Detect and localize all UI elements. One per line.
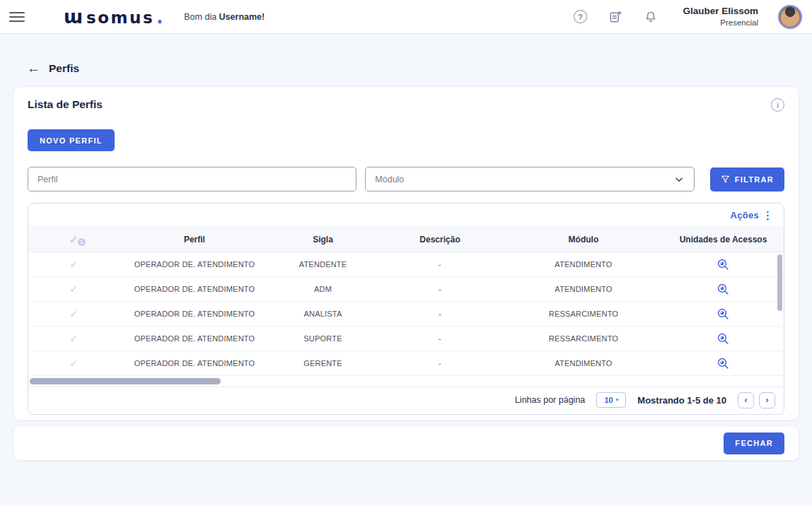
- app-screen: ɯ somus . Bom dia Username! ?: [0, 0, 812, 506]
- logo-mark-icon: ɯ: [64, 6, 82, 28]
- showing-range-label: Mostrando 1-5 de 10: [637, 395, 726, 406]
- filtrar-button[interactable]: FILTRAR: [710, 167, 784, 192]
- table-row[interactable]: ✓ OPERADOR DE. ATENDIMENTO GERENTE - ATE…: [28, 351, 784, 376]
- table-row[interactable]: ✓ OPERADOR DE. ATENDIMENTO ADM - ATENDIM…: [28, 277, 784, 302]
- actions-label: Ações: [730, 210, 759, 220]
- filter-row: Módulo FILTRAR: [28, 167, 784, 192]
- cell-perfil: OPERADOR DE. ATENDIMENTO: [119, 260, 270, 269]
- view-access-units-icon[interactable]: [663, 258, 784, 271]
- caret-down-icon: ▾: [616, 397, 619, 403]
- lista-de-perfis-card: Lista de Perfis i NOVO PERFIL Módulo: [13, 86, 799, 420]
- check-icon: ✓: [28, 333, 119, 344]
- greeting-text: Bom dia Username!: [184, 12, 265, 22]
- sort-indicator[interactable]: ✓ 1: [28, 233, 119, 246]
- note-add-icon[interactable]: [608, 9, 623, 25]
- cell-sigla: SUPORTE: [270, 334, 376, 343]
- vertical-scrollbar-thumb[interactable]: [777, 254, 782, 311]
- sort-order-badge: 1: [78, 238, 86, 246]
- view-access-units-icon[interactable]: [663, 307, 784, 321]
- cell-descricao: -: [376, 334, 504, 343]
- cell-perfil: OPERADOR DE. ATENDIMENTO: [119, 359, 270, 367]
- col-header-descricao[interactable]: Descrição: [376, 235, 504, 245]
- bell-icon[interactable]: [643, 9, 659, 25]
- table-header-row: ✓ 1 Perfil Sigla Descrição Módulo Unidad…: [28, 227, 784, 252]
- cell-modulo: ATENDIMENTO: [504, 285, 663, 293]
- check-icon: ✓: [28, 283, 119, 295]
- view-access-units-icon[interactable]: [663, 283, 784, 296]
- col-header-perfil[interactable]: Perfil: [119, 235, 270, 245]
- table-row[interactable]: ✓ OPERADOR DE. ATENDIMENTO ATENDENTE - A…: [28, 252, 784, 277]
- fechar-button[interactable]: FECHAR: [724, 433, 784, 454]
- cell-descricao: -: [376, 359, 504, 367]
- cell-descricao: -: [376, 260, 504, 269]
- topbar-right: ? Glauber Elissom Presencial: [572, 5, 812, 29]
- cell-modulo: RESSARCIMENTO: [504, 334, 663, 343]
- novo-perfil-button[interactable]: NOVO PERFIL: [28, 129, 115, 151]
- cell-modulo: RESSARCIMENTO: [504, 310, 663, 318]
- somus-logo: ɯ somus .: [64, 6, 163, 28]
- next-page-button[interactable]: ›: [759, 392, 775, 408]
- view-access-units-icon[interactable]: [663, 357, 784, 370]
- top-bar: ɯ somus . Bom dia Username! ?: [0, 0, 812, 34]
- prev-page-button[interactable]: ‹: [738, 392, 754, 408]
- perfil-input[interactable]: [28, 167, 356, 192]
- table-row[interactable]: ✓ OPERADOR DE. ATENDIMENTO SUPORTE - RES…: [28, 326, 784, 351]
- chevron-down-icon: [673, 174, 685, 185]
- cell-modulo: ATENDIMENTO: [504, 359, 663, 367]
- col-header-unidades[interactable]: Unidades de Acessos: [663, 235, 784, 245]
- modulo-select[interactable]: Módulo: [365, 167, 694, 192]
- filter-icon: [721, 175, 730, 184]
- cell-modulo: ATENDIMENTO: [504, 260, 663, 269]
- menu-icon[interactable]: [9, 9, 25, 25]
- cell-perfil: OPERADOR DE. ATENDIMENTO: [119, 310, 270, 318]
- cell-sigla: ANALISTA: [270, 310, 376, 318]
- user-info[interactable]: Glauber Elissom Presencial: [683, 6, 758, 28]
- actions-menu[interactable]: Ações ⋮: [28, 204, 784, 227]
- horizontal-scrollbar-thumb[interactable]: [30, 378, 221, 384]
- footer-card: FECHAR: [13, 425, 799, 461]
- view-access-units-icon[interactable]: [663, 332, 784, 346]
- sort-check-icon: ✓: [69, 233, 79, 246]
- col-header-sigla[interactable]: Sigla: [270, 235, 376, 245]
- cell-descricao: -: [376, 310, 504, 318]
- check-icon: ✓: [28, 308, 119, 319]
- rows-per-page-select[interactable]: 10 ▾: [596, 392, 626, 408]
- card-title: Lista de Perfis: [28, 98, 784, 111]
- avatar[interactable]: [778, 5, 802, 29]
- cell-perfil: OPERADOR DE. ATENDIMENTO: [119, 334, 270, 343]
- modulo-placeholder: Módulo: [375, 175, 404, 184]
- cell-descricao: -: [376, 285, 504, 293]
- user-mode: Presencial: [683, 18, 758, 28]
- cell-sigla: ADM: [270, 285, 376, 293]
- rows-per-page-label: Linhas por página: [515, 395, 585, 405]
- help-icon[interactable]: ?: [572, 9, 588, 25]
- logo-dot: .: [156, 8, 163, 28]
- back-nav[interactable]: ← Perfis: [27, 61, 79, 75]
- page-title: Perfis: [49, 62, 79, 75]
- cell-sigla: GERENTE: [270, 359, 376, 367]
- kebab-menu-icon: ⋮: [762, 210, 773, 220]
- pagination-nav: ‹ ›: [738, 392, 775, 408]
- cell-perfil: OPERADOR DE. ATENDIMENTO: [119, 285, 270, 293]
- cell-sigla: ATENDENTE: [270, 260, 376, 269]
- profiles-table: Ações ⋮ ✓ 1 Perfil Sigla Descrição Módul…: [28, 203, 784, 415]
- user-name: Glauber Elissom: [683, 6, 758, 18]
- info-icon[interactable]: i: [771, 98, 784, 112]
- back-arrow-icon[interactable]: ←: [27, 61, 40, 75]
- check-icon: ✓: [28, 259, 119, 270]
- table-row[interactable]: ✓ OPERADOR DE. ATENDIMENTO ANALISTA - RE…: [28, 302, 784, 326]
- check-icon: ✓: [28, 358, 119, 369]
- logo-word: somus: [86, 8, 154, 27]
- col-header-modulo[interactable]: Módulo: [504, 235, 663, 245]
- pagination-bar: Linhas por página 10 ▾ Mostrando 1-5 de …: [28, 387, 784, 413]
- horizontal-scrollbar-track: [28, 376, 784, 387]
